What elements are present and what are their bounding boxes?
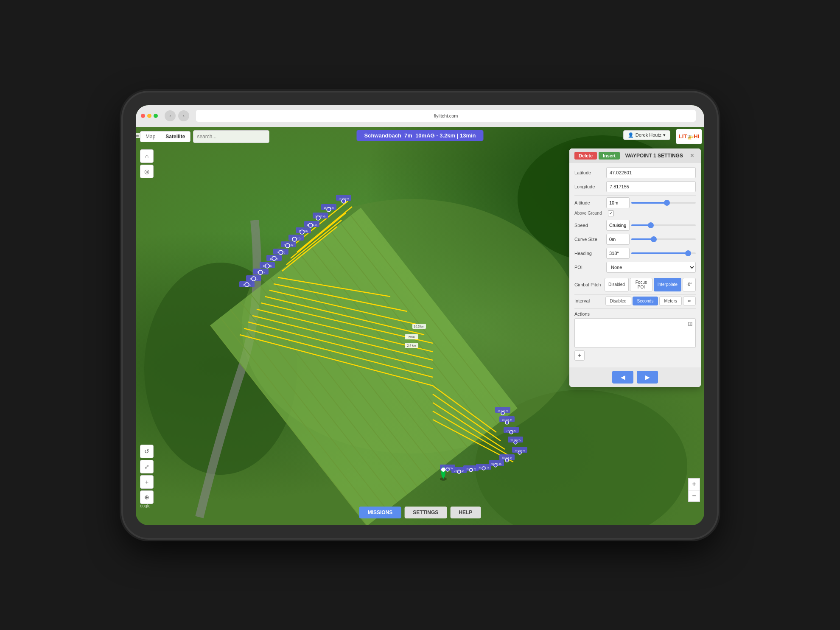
left-controls: ⌂ ◎: [140, 149, 154, 178]
gimbal-pitch-buttons: Disabled Focus POI Interpolate -0°: [605, 278, 696, 291]
svg-point-103: [510, 431, 513, 434]
svg-rect-52: [281, 241, 296, 247]
latitude-input[interactable]: [606, 167, 696, 178]
svg-line-10: [260, 286, 417, 487]
svg-rect-93: [476, 464, 491, 470]
speed-thumb[interactable]: [648, 222, 654, 228]
svg-point-78: [245, 283, 249, 287]
curve-size-input[interactable]: [606, 234, 630, 245]
svg-line-22: [291, 213, 346, 258]
gimbal-interpolate-button[interactable]: Interpolate: [654, 278, 681, 291]
map-background[interactable]: 19 (15.6) 18 (13.7) 17 (12.4) 16 (11.2): [136, 127, 704, 525]
crosshair-button[interactable]: ⊕: [140, 490, 154, 504]
above-ground-checkbox[interactable]: ✓: [608, 210, 614, 216]
interval-meters-button[interactable]: Meters: [659, 297, 682, 305]
svg-line-28: [265, 297, 424, 335]
poi-label: POI: [574, 265, 606, 270]
close-dot[interactable]: [141, 114, 145, 118]
svg-point-110: [457, 470, 461, 473]
altitude-slider[interactable]: [631, 202, 696, 204]
longitude-input[interactable]: [606, 181, 696, 192]
svg-line-31: [252, 316, 433, 360]
altitude-thumb[interactable]: [664, 200, 670, 206]
user-badge[interactable]: 👤 Derek Houtz ▾: [623, 130, 670, 140]
close-button[interactable]: ×: [689, 152, 696, 160]
zoom-in-button[interactable]: +: [688, 478, 700, 490]
browser-navigation: ‹ ›: [165, 110, 189, 121]
heading-slider[interactable]: [631, 252, 696, 254]
svg-point-101: [501, 412, 504, 415]
prev-waypoint-button[interactable]: ◀: [612, 371, 633, 384]
svg-rect-42: [321, 204, 336, 210]
gimbal-focus-poi-button[interactable]: Focus POI: [630, 278, 652, 291]
home-button[interactable]: ⌂: [140, 149, 154, 163]
add-waypoint-button[interactable]: +: [140, 475, 154, 489]
poi-select[interactable]: None: [606, 262, 696, 273]
svg-point-66: [342, 199, 346, 203]
layers-button[interactable]: ◎: [140, 165, 154, 178]
svg-line-33: [244, 328, 433, 377]
satellite-tab[interactable]: Satellite: [160, 132, 190, 142]
gimbal-disabled-button[interactable]: Disabled: [605, 278, 629, 291]
rotate-button[interactable]: ↺: [140, 445, 154, 458]
address-bar[interactable]: flylitchi.com: [196, 110, 696, 122]
latitude-row: Latitude: [574, 167, 696, 178]
interval-edit-button[interactable]: ✏: [683, 297, 696, 305]
svg-text:13 (7.6): 13 (7.6): [284, 244, 293, 246]
interval-seconds-button[interactable]: Seconds: [633, 297, 658, 305]
zoom-out-button[interactable]: −: [688, 490, 700, 502]
svg-point-76: [258, 270, 263, 274]
heading-thumb[interactable]: [685, 250, 691, 256]
curve-size-thumb[interactable]: [651, 236, 657, 242]
map-tab[interactable]: Map: [140, 132, 160, 142]
latitude-label: Latitude: [574, 170, 606, 175]
next-waypoint-button[interactable]: ▶: [637, 371, 658, 384]
svg-line-37: [433, 403, 505, 449]
add-action-button[interactable]: +: [574, 350, 585, 361]
svg-point-108: [482, 467, 485, 470]
svg-rect-48: [296, 227, 311, 233]
gimbal-extra-button[interactable]: -0°: [683, 278, 696, 291]
svg-rect-50: [288, 235, 304, 241]
delete-button[interactable]: Delete: [574, 152, 597, 160]
svg-line-24: [282, 227, 337, 271]
svg-line-29: [261, 303, 433, 343]
svg-rect-99: [440, 465, 455, 470]
svg-point-67: [327, 207, 331, 212]
chevron-down-icon: ▾: [663, 132, 666, 138]
forward-button[interactable]: ›: [178, 110, 189, 121]
actions-icon: ⊞: [688, 320, 693, 327]
curve-size-slider[interactable]: [631, 238, 696, 240]
svg-point-69: [308, 223, 313, 227]
help-button[interactable]: HELP: [450, 507, 481, 518]
missions-button[interactable]: MISSIONS: [359, 507, 401, 518]
altitude-input[interactable]: [606, 197, 630, 208]
heading-label: Heading: [574, 251, 606, 256]
user-icon: 👤: [628, 132, 634, 138]
heading-input[interactable]: [606, 248, 630, 259]
svg-rect-114: [412, 324, 426, 329]
svg-rect-40: [336, 195, 351, 201]
back-button[interactable]: ‹: [165, 110, 176, 121]
svg-point-75: [265, 264, 269, 268]
panel-header-buttons: Delete Insert: [574, 152, 620, 160]
svg-point-68: [316, 216, 320, 220]
svg-text:28 (29.7): 28 (29.7): [510, 439, 521, 442]
google-text: oogle: [140, 504, 150, 508]
speed-slider[interactable]: [631, 224, 696, 226]
speed-input[interactable]: [606, 220, 630, 231]
svg-line-19: [351, 215, 507, 416]
above-ground-row: Above Ground ✓: [574, 210, 696, 216]
interval-disabled-button[interactable]: Disabled: [605, 297, 631, 305]
expand-button[interactable]: ⤢: [140, 460, 154, 473]
speed-row: Speed: [574, 220, 696, 231]
minimize-dot[interactable]: [147, 114, 151, 118]
insert-button[interactable]: Insert: [599, 152, 620, 160]
altitude-label: Altitude: [574, 200, 606, 205]
interval-label: Interval: [574, 298, 604, 303]
svg-line-13: [291, 262, 447, 463]
panel-header: Delete Insert WAYPOINT 1 SETTINGS ×: [569, 148, 701, 163]
maximize-dot[interactable]: [154, 114, 158, 118]
search-input[interactable]: [193, 130, 269, 143]
settings-button[interactable]: SETTINGS: [404, 507, 447, 518]
